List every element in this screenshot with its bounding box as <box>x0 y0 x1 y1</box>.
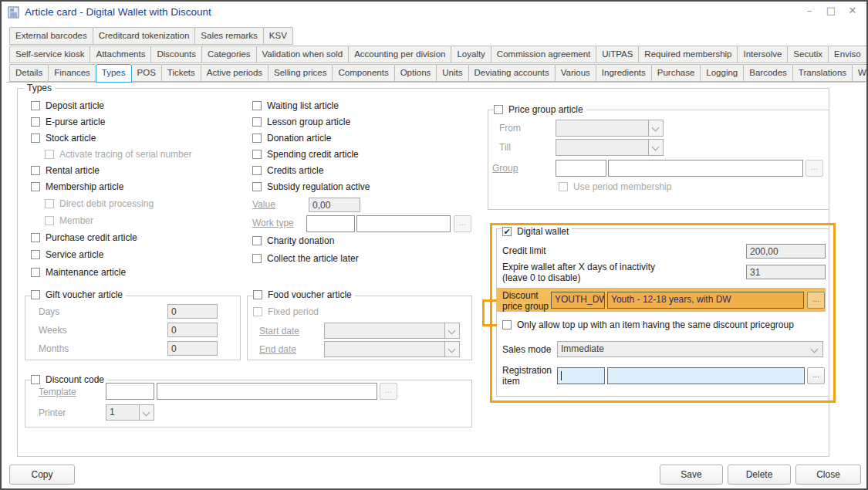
tab-finances[interactable]: Finances <box>48 64 96 82</box>
tab-selling-prices[interactable]: Selling prices <box>268 64 333 82</box>
expire-days-field[interactable]: 31 <box>746 265 826 279</box>
checkbox-service-article[interactable]: Service article <box>31 249 106 260</box>
template-code-field[interactable] <box>106 383 154 400</box>
close-window-button[interactable]: ✕ <box>846 5 859 16</box>
group-code-field[interactable] <box>556 160 606 177</box>
checkbox-only-allow-top-up[interactable]: Only allow top up with an item having th… <box>502 319 797 330</box>
checkbox-donation-article[interactable]: Donation article <box>252 133 334 144</box>
tab-accounting-per-division[interactable]: Accounting per division <box>348 46 451 63</box>
template-link-label[interactable]: Template <box>39 387 76 397</box>
registration-item-description-field[interactable] <box>607 367 805 384</box>
tab-categories[interactable]: Categories <box>201 46 257 63</box>
work-type-description-field[interactable] <box>356 215 451 232</box>
group-link-label[interactable]: Group <box>492 163 518 174</box>
tab-commission-agreement[interactable]: Commission agreement <box>491 46 596 63</box>
checkbox-icon <box>252 101 262 110</box>
copy-button[interactable]: Copy <box>9 465 75 485</box>
checkbox-discount-code[interactable]: Discount code <box>31 374 107 385</box>
tab-units[interactable]: Units <box>436 64 468 82</box>
registration-item-code-field[interactable] <box>557 367 605 384</box>
maximize-button[interactable]: □ <box>825 5 837 16</box>
minimize-button[interactable]: – <box>803 5 816 16</box>
start-date-link-label[interactable]: Start date <box>259 326 299 336</box>
tab-discounts[interactable]: Discounts <box>150 46 202 63</box>
tab-self-service-kiosk[interactable]: Self-service kiosk <box>9 46 90 63</box>
tab-translations[interactable]: Translations <box>792 64 853 82</box>
checkbox-food-voucher-article[interactable]: Food voucher article <box>253 289 355 300</box>
tab-creditcard-tokenization[interactable]: Creditcard tokenization <box>93 27 196 45</box>
tab-purchase[interactable]: Purchase <box>651 64 701 82</box>
work-type-code-field[interactable] <box>306 215 355 232</box>
registration-item-browse-button[interactable]: ... <box>807 367 825 384</box>
tab-types[interactable]: Types <box>96 64 132 83</box>
tab-intersolve[interactable]: Intersolve <box>737 46 788 63</box>
checkbox-charity-donation[interactable]: Charity donation <box>252 235 337 246</box>
checkbox-epurse-article[interactable]: E-purse article <box>31 117 108 127</box>
months-field: 0 <box>167 341 218 356</box>
tab-barcodes[interactable]: Barcodes <box>743 64 793 82</box>
checkbox-deposit-article[interactable]: Deposit article <box>31 100 107 111</box>
tab-secutix[interactable]: Secutix <box>787 46 829 63</box>
checkbox-credits-article[interactable]: Credits article <box>252 165 326 176</box>
credit-limit-field[interactable]: 200,00 <box>746 244 826 259</box>
tab-attachments[interactable]: Attachments <box>90 46 151 63</box>
discount-price-group-browse-button[interactable]: ... <box>807 292 825 309</box>
tab-sales-remarks[interactable]: Sales remarks <box>194 27 264 45</box>
highlight-bracket <box>482 324 497 326</box>
tab-enviso[interactable]: Enviso <box>828 46 867 63</box>
checkbox-activate-tracing: Activate tracing of serial number <box>45 149 194 160</box>
checkbox-price-group-article[interactable]: Price group article <box>494 104 586 115</box>
tab-logging[interactable]: Logging <box>700 64 744 82</box>
checkbox-digital-wallet[interactable]: ✔Digital wallet <box>502 226 572 237</box>
printer-dropdown: 1 <box>106 404 154 421</box>
tab-web[interactable]: Web <box>852 64 868 82</box>
checkbox-icon <box>45 199 54 208</box>
checkbox-icon <box>253 307 262 316</box>
tab-row-1: External barcodes Creditcard tokenizatio… <box>9 27 292 45</box>
checkbox-maintenance-article[interactable]: Maintenance article <box>31 267 129 278</box>
tab-ksv[interactable]: KSV <box>263 27 293 45</box>
checkbox-membership-article[interactable]: Membership article <box>31 181 127 192</box>
checkbox-icon <box>252 254 262 263</box>
save-button[interactable]: Save <box>660 465 723 485</box>
till-label: Till <box>499 142 511 153</box>
template-description-field[interactable] <box>157 383 377 400</box>
checkbox-gift-voucher-article[interactable]: Gift voucher article <box>31 289 126 300</box>
tab-components[interactable]: Components <box>332 64 394 82</box>
checkbox-icon <box>252 133 262 143</box>
group-description-field[interactable] <box>608 160 803 177</box>
work-type-link-label[interactable]: Work type <box>252 218 294 228</box>
tab-external-barcodes[interactable]: External barcodes <box>9 27 93 45</box>
tab-details[interactable]: Details <box>9 64 49 82</box>
value-link-label[interactable]: Value <box>252 199 275 210</box>
tab-deviating-accounts[interactable]: Deviating accounts <box>468 64 556 82</box>
checkbox-subsidy-regulation-active[interactable]: Subsidy regulation active <box>252 181 373 192</box>
checkbox-rental-article[interactable]: Rental article <box>31 165 103 176</box>
tab-uitpas[interactable]: UiTPAS <box>596 46 639 63</box>
tab-active-periods[interactable]: Active periods <box>201 64 269 82</box>
tab-tickets[interactable]: Tickets <box>161 64 201 82</box>
checkbox-collect-article-later[interactable]: Collect the article later <box>252 253 362 264</box>
checkbox-purchase-credit-article[interactable]: Purchase credit article <box>31 232 140 243</box>
checkbox-icon <box>31 233 40 242</box>
tab-required-membership[interactable]: Required membership <box>638 46 738 63</box>
discount-price-group-code-field[interactable]: YOUTH_DW <box>551 292 605 309</box>
checkbox-waiting-list-article[interactable]: Waiting list article <box>252 100 342 111</box>
tab-options[interactable]: Options <box>394 64 437 82</box>
tab-pos[interactable]: POS <box>131 64 162 82</box>
tab-various[interactable]: Various <box>555 64 596 82</box>
chevron-down-icon <box>139 405 154 420</box>
end-date-link-label[interactable]: End date <box>259 344 296 355</box>
checkbox-lesson-group-article[interactable]: Lesson group article <box>252 117 353 127</box>
checkbox-icon <box>31 375 40 384</box>
checkbox-icon <box>31 290 40 299</box>
tab-loyalty[interactable]: Loyalty <box>451 46 491 63</box>
checkbox-stock-article[interactable]: Stock article <box>31 133 99 144</box>
discount-price-group-description-field[interactable]: Youth - 12-18 years, with DW <box>607 292 804 309</box>
checkbox-icon <box>502 320 512 329</box>
tab-validation-when-sold[interactable]: Validation when sold <box>256 46 350 63</box>
close-button[interactable]: Close <box>795 465 861 485</box>
delete-button[interactable]: Delete <box>728 465 791 485</box>
checkbox-spending-credit-article[interactable]: Spending credit article <box>252 149 362 160</box>
tab-ingredients[interactable]: Ingredients <box>596 64 652 82</box>
